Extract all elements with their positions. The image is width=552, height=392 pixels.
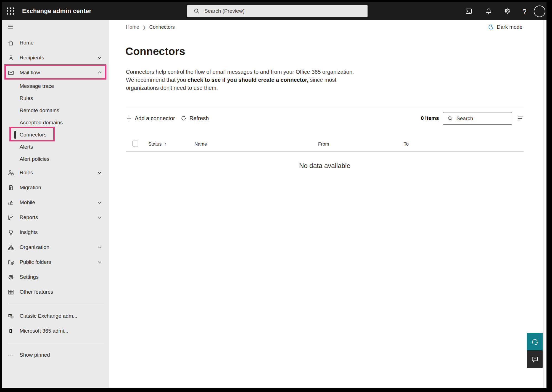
sidebar-item-label: Mobile xyxy=(20,199,35,206)
account-avatar[interactable] xyxy=(533,5,541,13)
column-label: Status xyxy=(148,141,162,147)
breadcrumb-current: Connectors xyxy=(149,24,175,30)
plus-icon xyxy=(126,115,132,121)
sidebar-item-label: Settings xyxy=(20,274,39,280)
page-description: Connectors help control the flow of emai… xyxy=(126,68,360,92)
dark-mode-toggle[interactable]: Dark mode xyxy=(488,24,522,30)
sidebar-item-remote-domains[interactable]: Remote domains xyxy=(2,104,109,117)
sidebar-item-label: Reports xyxy=(20,214,38,220)
breadcrumb-chevron-icon: ❯ xyxy=(142,25,146,30)
chevron-down-icon xyxy=(97,200,102,205)
sidebar-item-m365-admin[interactable]: Microsoft 365 admi... xyxy=(2,323,109,338)
sidebar-item-label: Organization xyxy=(20,244,49,250)
toolbar-divider xyxy=(126,108,524,108)
microsoft-365-logo-icon xyxy=(7,327,14,335)
empty-table-message: No data available xyxy=(126,162,524,170)
add-connector-button[interactable]: Add a connector xyxy=(126,110,175,127)
sidebar-item-mail-flow[interactable]: Mail flow xyxy=(2,65,109,80)
home-icon xyxy=(7,39,14,46)
lightbulb-icon xyxy=(7,229,14,236)
sidebar-item-mobile[interactable]: Mobile xyxy=(2,195,109,210)
search-icon xyxy=(447,115,453,122)
folder-globe-icon xyxy=(7,259,14,266)
sidebar-item-migration[interactable]: Migration xyxy=(2,180,109,195)
feedback-bubble-icon xyxy=(531,355,539,363)
select-all-checkbox[interactable] xyxy=(133,141,138,146)
sidebar-item-roles[interactable]: Roles xyxy=(2,165,109,180)
svg-text:E: E xyxy=(9,314,11,317)
ellipsis-icon xyxy=(7,351,14,359)
list-toolbar: Add a connector Refresh 0 items xyxy=(126,110,524,127)
sidebar-item-label: Classic Exchange adm... xyxy=(20,313,77,319)
scrollbar-track-edge xyxy=(543,20,544,388)
sidebar-item-label: Insights xyxy=(20,229,38,235)
app-launcher-icon[interactable] xyxy=(7,7,14,15)
refresh-label: Refresh xyxy=(189,115,209,122)
column-header-name[interactable]: Name xyxy=(194,141,207,147)
chevron-down-icon xyxy=(97,55,102,60)
command-palette-icon[interactable] xyxy=(465,7,472,15)
sidebar-item-label: Mail flow xyxy=(20,70,40,76)
sidebar-item-classic-exchange[interactable]: E Classic Exchange adm... xyxy=(2,309,109,323)
breadcrumb-home-link[interactable]: Home xyxy=(126,24,139,30)
add-connector-label: Add a connector xyxy=(135,115,175,122)
sidebar-item-label: Message trace xyxy=(20,83,54,89)
sidebar-item-connectors[interactable]: Connectors xyxy=(2,129,109,141)
moon-icon xyxy=(488,24,494,30)
sidebar-item-label: Home xyxy=(20,40,34,46)
person-icon xyxy=(7,54,14,61)
help-question-icon[interactable]: ? xyxy=(522,7,526,15)
sidebar-item-label: Rules xyxy=(20,95,33,101)
list-search-box[interactable] xyxy=(443,112,512,125)
sidebar-item-insights[interactable]: Insights xyxy=(2,225,109,240)
sidebar-item-label: Migration xyxy=(20,185,41,191)
settings-gear-icon[interactable] xyxy=(504,7,511,15)
column-header-status[interactable]: Status ↑ xyxy=(148,141,166,147)
sidebar-item-message-trace[interactable]: Message trace xyxy=(2,80,109,92)
exchange-admin-center-window: Exchange admin center ? xyxy=(0,0,552,392)
table-header-row: Status ↑ Name From To xyxy=(126,139,524,150)
sidebar-item-accepted-domains[interactable]: Accepted domains xyxy=(2,117,109,129)
sidebar-item-label: Remote domains xyxy=(20,107,59,114)
headset-icon xyxy=(531,338,539,346)
sidebar-item-recipients[interactable]: Recipients xyxy=(2,50,109,65)
selected-indicator xyxy=(14,131,16,139)
sidebar-item-rules[interactable]: Rules xyxy=(2,92,109,104)
app-title: Exchange admin center xyxy=(22,7,91,15)
column-header-from[interactable]: From xyxy=(318,141,329,147)
column-header-to[interactable]: To xyxy=(404,141,409,147)
main-content: Home ❯ Connectors Dark mode Connectors C… xyxy=(109,20,546,388)
sidebar-item-show-pinned[interactable]: Show pinned xyxy=(2,348,109,362)
global-search-input[interactable] xyxy=(204,8,359,14)
table-header-divider xyxy=(126,151,524,152)
filter-sort-icon[interactable] xyxy=(516,114,525,122)
sort-ascending-icon: ↑ xyxy=(164,142,166,147)
help-widget-button[interactable] xyxy=(527,333,543,350)
description-link[interactable]: check to see if you should create a conn… xyxy=(187,77,308,83)
mobile-device-icon xyxy=(7,199,14,206)
sidebar-item-organization[interactable]: Organization xyxy=(2,240,109,255)
refresh-button[interactable]: Refresh xyxy=(181,110,209,127)
notifications-bell-icon[interactable] xyxy=(485,7,492,15)
list-search-input[interactable] xyxy=(456,115,503,122)
sidebar-item-public-folders[interactable]: Public folders xyxy=(2,255,109,270)
chevron-down-icon xyxy=(97,260,102,265)
sidebar-item-settings[interactable]: Settings xyxy=(2,270,109,285)
hamburger-menu-icon[interactable] xyxy=(2,20,109,33)
top-app-bar: Exchange admin center ? xyxy=(2,2,546,20)
sidebar-item-alert-policies[interactable]: Alert policies xyxy=(2,153,109,165)
refresh-icon xyxy=(181,115,187,121)
migration-document-icon xyxy=(7,184,14,191)
person-roles-icon xyxy=(7,169,14,176)
gear-icon xyxy=(7,273,14,281)
sidebar-item-label: Show pinned xyxy=(20,352,50,358)
chevron-up-icon xyxy=(97,70,102,75)
sidebar-item-alerts[interactable]: Alerts xyxy=(2,141,109,153)
feedback-widget-button[interactable] xyxy=(527,350,543,368)
sidebar-item-reports[interactable]: Reports xyxy=(2,210,109,225)
sidebar-divider xyxy=(7,304,104,304)
sidebar-item-other-features[interactable]: Other features xyxy=(2,285,109,299)
sidebar-item-home[interactable]: Home xyxy=(2,35,109,50)
global-search-box[interactable] xyxy=(187,5,368,17)
sidebar-item-label: Recipients xyxy=(20,55,44,61)
